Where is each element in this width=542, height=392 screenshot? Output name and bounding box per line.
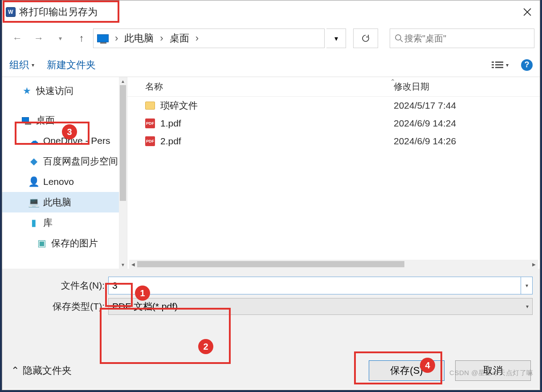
pc-icon: 💻 xyxy=(29,197,39,207)
new-folder-label: 新建文件夹 xyxy=(47,58,96,72)
file-list-hscrollbar[interactable]: ◀ ▶ xyxy=(129,260,538,269)
scroll-thumb[interactable] xyxy=(120,85,126,201)
content-area: ★ 快速访问 桌面 ☁ OneDrive - Pers ◆ 百度网盘同步空间 👤 xyxy=(2,77,540,269)
svg-rect-7 xyxy=(495,64,503,65)
sidebar-item-saved-pictures[interactable]: ▣ 保存的图片 xyxy=(2,233,119,253)
file-row[interactable]: PDF 1.pdf 2024/6/9 14:24 xyxy=(127,114,540,132)
help-button[interactable]: ? xyxy=(521,59,533,71)
file-name: 2.pdf xyxy=(160,136,181,147)
baidu-icon: ◆ xyxy=(29,156,39,166)
column-header-name[interactable]: 名称 xyxy=(127,81,390,93)
new-folder-button[interactable]: 新建文件夹 xyxy=(47,58,96,72)
sidebar-item-label: Lenovo xyxy=(43,176,74,187)
filename-dropdown-button[interactable] xyxy=(521,277,533,294)
filename-input[interactable] xyxy=(108,277,521,294)
chevron-down-icon xyxy=(32,62,34,68)
refresh-button[interactable] xyxy=(353,29,378,48)
file-list-header: 名称 修改日期 xyxy=(127,77,540,97)
sidebar-item-label: 快速访问 xyxy=(36,85,73,97)
scroll-up-button[interactable]: ▲ xyxy=(119,77,127,85)
word-app-icon: W xyxy=(6,7,16,17)
sidebar-item-lenovo[interactable]: 👤 Lenovo xyxy=(2,172,119,192)
filename-label: 文件名(N): xyxy=(9,279,108,292)
svg-rect-9 xyxy=(495,67,503,68)
watermark-text: CSDN @星星今天点灯了嘛 xyxy=(449,369,534,377)
save-as-dialog: W 将打印输出另存为 此电脑 桌面 组织 xyxy=(2,0,540,390)
library-icon: ▮ xyxy=(29,218,39,228)
nav-back-button[interactable] xyxy=(8,29,27,48)
chevron-right-icon xyxy=(159,33,164,44)
scroll-down-button[interactable]: ▼ xyxy=(119,261,127,269)
svg-rect-8 xyxy=(492,67,494,68)
sidebar-item-label: 百度网盘同步空间 xyxy=(43,155,118,167)
svg-rect-4 xyxy=(492,61,494,63)
filetype-select[interactable]: PDF 文档(*.pdf) xyxy=(108,298,533,315)
sidebar-item-desktop[interactable]: 桌面 xyxy=(2,110,119,131)
folder-tree[interactable]: ★ 快速访问 桌面 ☁ OneDrive - Pers ◆ 百度网盘同步空间 👤 xyxy=(2,77,119,269)
pictures-icon: ▣ xyxy=(37,238,47,248)
svg-line-3 xyxy=(400,40,403,42)
onedrive-icon: ☁ xyxy=(29,136,39,146)
scroll-right-button[interactable]: ▶ xyxy=(530,260,538,268)
scroll-left-button[interactable]: ◀ xyxy=(129,260,137,268)
file-row[interactable]: PDF 2.pdf 2024/6/9 14:26 xyxy=(127,132,540,150)
monitor-icon xyxy=(97,34,109,42)
column-header-date[interactable]: 修改日期 xyxy=(390,81,540,93)
sidebar: ★ 快速访问 桌面 ☁ OneDrive - Pers ◆ 百度网盘同步空间 👤 xyxy=(2,77,127,269)
chevron-right-icon xyxy=(114,33,119,44)
nav-forward-button[interactable] xyxy=(29,29,49,48)
file-date: 2024/6/9 14:26 xyxy=(390,136,540,147)
sidebar-scrollbar[interactable]: ▲ ▼ xyxy=(119,77,127,269)
file-date: 2024/6/9 14:24 xyxy=(390,118,540,129)
nav-history-button[interactable] xyxy=(50,29,70,48)
search-icon xyxy=(395,34,403,43)
file-date: 2024/5/17 7:44 xyxy=(390,100,540,111)
address-bar[interactable]: 此电脑 桌面 xyxy=(93,29,325,48)
filetype-value: PDF 文档(*.pdf) xyxy=(112,300,178,313)
file-row[interactable]: 琐碎文件 2024/5/17 7:44 xyxy=(127,97,540,114)
sidebar-item-onedrive[interactable]: ☁ OneDrive - Pers xyxy=(2,131,119,151)
scroll-thumb[interactable] xyxy=(137,261,404,267)
sidebar-item-baidu[interactable]: ◆ 百度网盘同步空间 xyxy=(2,151,119,172)
sidebar-item-label: 保存的图片 xyxy=(51,237,98,249)
sidebar-item-this-pc[interactable]: 💻 此电脑 xyxy=(2,192,119,212)
title-bar: W 将打印输出另存为 xyxy=(2,0,540,24)
file-list-area: 名称 修改日期 琐碎文件 2024/5/17 7:44 PDF 1.pdf 20… xyxy=(127,77,540,269)
sidebar-item-label: 此电脑 xyxy=(43,196,71,208)
address-dropdown-button[interactable] xyxy=(326,29,346,48)
sort-ascending-icon xyxy=(390,78,395,85)
save-button[interactable]: 保存(S) xyxy=(369,360,444,381)
search-box[interactable] xyxy=(390,29,534,48)
nav-up-button[interactable] xyxy=(72,29,91,48)
close-icon xyxy=(523,8,531,16)
star-icon: ★ xyxy=(22,86,32,96)
pdf-icon: PDF xyxy=(145,118,155,128)
sidebar-item-label: 库 xyxy=(43,216,53,229)
svg-point-2 xyxy=(395,35,401,40)
svg-rect-6 xyxy=(492,64,494,65)
pdf-icon: PDF xyxy=(145,136,155,146)
monitor-icon xyxy=(22,115,32,125)
chevron-down-icon xyxy=(526,303,529,310)
user-icon: 👤 xyxy=(29,177,39,187)
sidebar-item-label: OneDrive - Pers xyxy=(43,135,110,146)
hide-folders-label: 隐藏文件夹 xyxy=(23,364,72,377)
hide-folders-toggle[interactable]: ⌃ 隐藏文件夹 xyxy=(11,364,72,377)
window-title: 将打印输出另存为 xyxy=(19,5,98,19)
sidebar-item-libraries[interactable]: ▮ 库 xyxy=(2,212,119,233)
breadcrumb-desktop[interactable]: 桌面 xyxy=(167,32,192,45)
toolbar: 组织 新建文件夹 ? xyxy=(2,53,540,77)
refresh-icon xyxy=(361,34,370,43)
sidebar-item-quick-access[interactable]: ★ 快速访问 xyxy=(2,81,119,101)
breadcrumb-this-pc[interactable]: 此电脑 xyxy=(122,32,156,45)
view-mode-button[interactable] xyxy=(492,61,509,69)
organize-label: 组织 xyxy=(9,58,29,72)
chevron-up-icon: ⌃ xyxy=(11,365,19,376)
folder-icon xyxy=(145,102,155,110)
list-view-icon xyxy=(492,61,503,69)
nav-row: 此电脑 桌面 xyxy=(2,24,540,53)
close-button[interactable] xyxy=(518,3,536,21)
chevron-down-icon xyxy=(526,282,528,289)
search-input[interactable] xyxy=(403,33,530,44)
organize-button[interactable]: 组织 xyxy=(9,58,34,72)
